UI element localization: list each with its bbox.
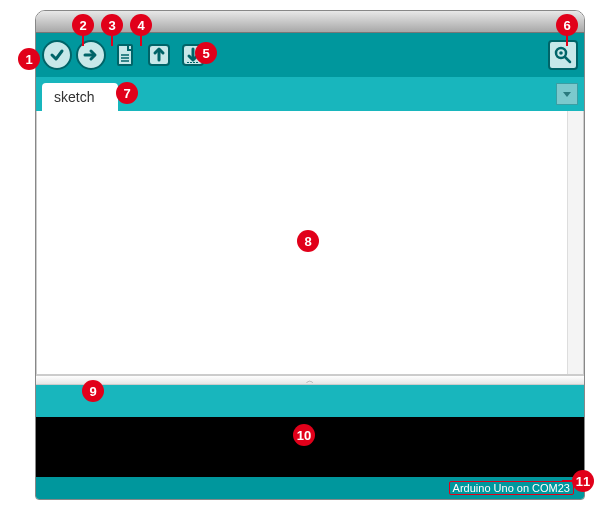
- callout-10: 10: [293, 424, 315, 446]
- callout-3: 3: [101, 14, 123, 36]
- serial-monitor-button[interactable]: [548, 40, 578, 70]
- serial-monitor-icon: [553, 45, 573, 65]
- tab-label: sketch: [54, 89, 94, 105]
- callout-5: 5: [195, 42, 217, 64]
- toolbar: [36, 33, 584, 77]
- open-sketch-button[interactable]: [144, 40, 174, 70]
- message-bar: [36, 385, 584, 417]
- callout-2: 2: [72, 14, 94, 36]
- svg-line-11: [565, 57, 570, 62]
- board-port-label: Arduino Uno on COM23: [449, 481, 574, 495]
- new-file-icon: [112, 42, 138, 68]
- arrow-up-icon: [146, 42, 172, 68]
- callout-1: 1: [18, 48, 40, 70]
- callout-7: 7: [116, 82, 138, 104]
- verify-button[interactable]: [42, 40, 72, 70]
- callout-6: 6: [556, 14, 578, 36]
- callout-4: 4: [130, 14, 152, 36]
- splitter-handle[interactable]: ︿: [36, 375, 584, 385]
- svg-point-12: [559, 51, 563, 55]
- editor-scrollbar[interactable]: [567, 111, 583, 374]
- new-sketch-button[interactable]: [110, 40, 140, 70]
- svg-marker-13: [563, 92, 571, 97]
- callout-11: 11: [572, 470, 594, 492]
- sketch-tab[interactable]: sketch: [42, 83, 118, 111]
- callout-9: 9: [82, 380, 104, 402]
- tab-menu-button[interactable]: [556, 83, 578, 105]
- chevron-down-icon: [561, 88, 573, 100]
- callout-8: 8: [297, 230, 319, 252]
- check-icon: [49, 47, 65, 63]
- upload-button[interactable]: [76, 40, 106, 70]
- footer-bar: Arduino Uno on COM23: [36, 477, 584, 499]
- arrow-right-icon: [83, 47, 99, 63]
